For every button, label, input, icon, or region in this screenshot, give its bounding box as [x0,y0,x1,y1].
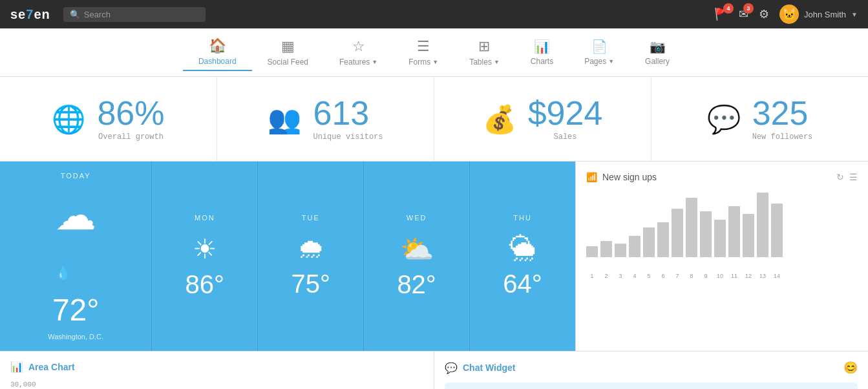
panel-title: 📶 New sign ups [586,172,657,182]
weather-today: TODAY ☁💧 72° Washington, D.C. [0,162,152,351]
stat-card-growth: 🌐 86% Overall growth [0,77,217,161]
today-location: Washington, D.C. [48,333,103,341]
stat-label-growth: Overall growth [97,132,164,142]
stat-card-sales: 💰 $924 Sales [434,77,651,161]
stat-card-followers: 💬 325 New followers [651,77,868,161]
gear-icon: ⚙ [759,8,769,21]
bar-label-11: 11 [728,273,740,279]
users-icon: 👥 [268,103,301,135]
bar-9 [700,211,712,257]
thu-label: THU [513,214,532,222]
mon-label: MON [195,214,215,222]
today-label: TODAY [61,172,91,180]
bar-label-1: 1 [586,273,598,279]
tue-temp: 75° [291,269,330,299]
stat-value-growth: 86% [97,96,164,130]
stat-label-visitors: Unique visitors [313,132,383,142]
search-icon: 🔍 [70,10,80,19]
money-icon: 💰 [483,103,516,135]
social-feed-icon: ▦ [281,38,295,55]
nav-item-dashboard[interactable]: 🏠 Dashboard [183,34,252,71]
panel-title-text: New sign ups [602,172,657,182]
bar-label-9: 9 [700,273,712,279]
nav-item-social-feed[interactable]: ▦ Social Feed [252,34,324,70]
bar-label-8: 8 [686,273,697,279]
new-signups-panel: 📶 New sign ups ↻ ☰ 1234567891011121314 [575,162,868,351]
search-box[interactable]: 🔍 [63,7,206,22]
today-temp: 72° [52,292,100,328]
notifications-flag-button[interactable]: 🚩 4 [714,7,728,21]
area-chart-icon: 📊 [10,361,23,373]
stats-row: 🌐 86% Overall growth 👥 613 Unique visito… [0,77,868,162]
bar-11 [728,206,740,257]
smiley-button[interactable]: 😊 [843,361,858,375]
search-input[interactable] [84,10,199,19]
nav-item-features[interactable]: ☆ Features▼ [324,34,393,70]
area-chart-title: 📊 Area Chart [10,361,423,373]
weather-widget: TODAY ☁💧 72° Washington, D.C. MON ☀ 86° … [0,162,575,351]
refresh-icon[interactable]: ↻ [836,172,844,182]
user-name: John Smith [804,10,846,19]
tue-icon: 🌧 [297,233,324,264]
wed-icon: ⛅ [400,233,434,265]
bar-4 [629,236,640,257]
nav-item-forms[interactable]: ☰ Forms▼ [393,34,454,70]
bottom-row: 📊 Area Chart 30,000 💬 Chat Widget 😊 John… [0,351,868,389]
bar-label-14: 14 [771,273,783,279]
list-icon[interactable]: ☰ [849,172,858,182]
chat-panel: 💬 Chat Widget 😊 John Smith [434,351,868,389]
top-right: 🚩 4 ✉ 3 ⚙ 🐱 John Smith ▼ [714,5,858,24]
bar-13 [757,193,768,257]
content-area: TODAY ☁💧 72° Washington, D.C. MON ☀ 86° … [0,162,868,351]
panel-actions[interactable]: ↻ ☰ [836,172,858,182]
bar-12 [743,214,754,257]
pages-icon: 📄 [591,39,608,54]
bar-14 [771,204,783,257]
today-weather-icon: ☁💧 [55,191,96,287]
thu-temp: 64° [503,269,542,299]
bar-1 [586,246,598,257]
nav-item-charts[interactable]: 📊 Charts [515,35,569,70]
bar-10 [714,220,726,257]
main-nav: 🏠 Dashboard ▦ Social Feed ☆ Features▼ ☰ … [0,28,868,77]
bar-label-12: 12 [743,273,754,279]
forms-icon: ☰ [417,38,430,55]
chat-icon: 💬 [445,362,458,374]
charts-icon: 📊 [534,39,550,54]
area-chart-label: Area Chart [28,362,75,372]
bar-3 [615,244,626,257]
avatar: 🐱 [779,5,799,24]
stat-value-sales: $924 [528,96,603,130]
dashboard-icon: 🏠 [209,37,226,54]
wed-temp: 82° [397,270,436,299]
bar-6 [657,222,669,257]
tue-label: TUE [302,214,320,222]
settings-button[interactable]: ⚙ [759,7,769,21]
chat-message: John Smith [445,383,858,389]
mon-icon: ☀ [193,233,217,265]
wed-label: WED [407,214,427,222]
user-menu[interactable]: 🐱 John Smith ▼ [779,5,858,24]
globe-icon: 🌐 [52,103,85,135]
notifications-mail-button[interactable]: ✉ 3 [739,7,748,21]
bar-label-6: 6 [657,273,669,279]
panel-header: 📶 New sign ups ↻ ☰ [586,172,858,182]
chevron-down-icon: ▼ [851,11,858,18]
nav-item-gallery[interactable]: 📷 Gallery [630,35,685,70]
bar-chart-icon: 📶 [586,172,597,182]
weather-tue: TUE 🌧 75° [258,162,364,351]
nav-item-tables[interactable]: ⊞ Tables▼ [454,34,515,70]
bar-8 [686,198,697,257]
stat-label-followers: New followers [752,132,813,142]
logo: se7en [10,7,50,22]
bar-label-10: 10 [714,273,726,279]
bar-2 [600,241,612,257]
weather-wed: WED ⛅ 82° [364,162,470,351]
bar-chart [586,193,858,270]
mail-badge: 3 [743,3,754,14]
bar-7 [672,209,683,257]
nav-item-pages[interactable]: 📄 Pages▼ [569,35,630,70]
chat-title: 💬 Chat Widget 😊 [445,361,858,375]
stat-label-sales: Sales [528,132,603,142]
thu-icon: 🌦 [509,233,536,264]
